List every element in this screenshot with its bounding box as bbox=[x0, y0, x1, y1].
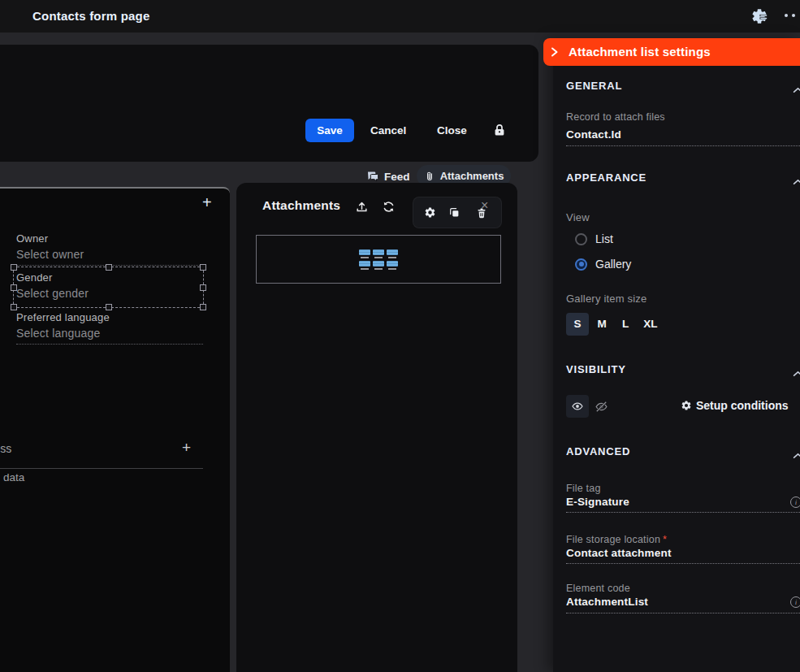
refresh-icon[interactable] bbox=[382, 200, 396, 214]
size-button-s[interactable]: S bbox=[566, 313, 589, 336]
view-label: View bbox=[566, 211, 590, 223]
element-code-value[interactable]: AttachmentList bbox=[566, 596, 648, 608]
settings-panel-header: Attachment list settings bbox=[543, 38, 800, 66]
settings-gear-icon[interactable] bbox=[424, 206, 436, 219]
section-title-general: GENERAL bbox=[566, 80, 622, 92]
selection-handle[interactable] bbox=[106, 304, 112, 310]
eye-icon bbox=[571, 400, 584, 413]
attachments-widget-card: Attachments × bbox=[236, 183, 517, 672]
field-underline bbox=[566, 512, 800, 513]
size-button-m[interactable]: M bbox=[595, 313, 609, 336]
attachment-tile bbox=[387, 261, 398, 270]
save-button[interactable]: Save bbox=[305, 119, 354, 142]
file-tag-label: File tag bbox=[566, 483, 601, 494]
record-to-attach-value[interactable]: Contact.Id bbox=[566, 128, 621, 141]
selection-handle[interactable] bbox=[11, 304, 17, 310]
file-tag-value[interactable]: E-Signature bbox=[566, 496, 629, 508]
attachment-tile bbox=[373, 249, 384, 258]
deselect-close-icon[interactable]: × bbox=[481, 200, 488, 211]
field-gender[interactable]: Gender Select gender bbox=[16, 271, 203, 300]
clipped-section-row: Address + bbox=[0, 437, 203, 469]
gear-icon bbox=[681, 400, 692, 411]
lock-icon[interactable] bbox=[492, 123, 507, 137]
widget-title: Attachments bbox=[262, 198, 340, 213]
element-code-label: Element code bbox=[566, 583, 630, 594]
field-underline bbox=[16, 344, 203, 345]
info-icon[interactable] bbox=[790, 596, 800, 608]
add-field-button[interactable]: + bbox=[202, 195, 212, 210]
gallery-placeholder bbox=[256, 235, 501, 284]
field-placeholder: Select owner bbox=[16, 248, 203, 261]
field-label: Owner bbox=[16, 232, 203, 245]
section-title-visibility: VISIBILITY bbox=[566, 363, 626, 375]
chevron-right-icon[interactable] bbox=[549, 46, 560, 58]
page-title: Contacts form page bbox=[32, 0, 149, 33]
radio-view-list[interactable]: List bbox=[575, 232, 613, 245]
selection-handle[interactable] bbox=[106, 264, 112, 271]
workflow-gear-icon[interactable] bbox=[750, 7, 768, 25]
gallery-item-size-label: Gallery item size bbox=[566, 293, 646, 305]
radio-circle-icon[interactable] bbox=[575, 233, 587, 245]
section-title-appearance: APPEARANCE bbox=[566, 171, 646, 184]
chevron-up-icon[interactable] bbox=[793, 366, 800, 372]
upload-icon[interactable] bbox=[355, 200, 369, 214]
chevron-up-icon[interactable] bbox=[793, 82, 800, 89]
top-bar: Contacts form page bbox=[0, 0, 800, 33]
settings-panel-title: Attachment list settings bbox=[569, 38, 711, 66]
radio-list-label: List bbox=[595, 232, 613, 245]
cancel-button[interactable]: Cancel bbox=[370, 119, 406, 142]
close-button[interactable]: Close bbox=[437, 119, 467, 142]
hidden-eye-off-button[interactable] bbox=[595, 400, 608, 414]
attachment-tile bbox=[387, 249, 398, 258]
file-storage-location-value[interactable]: Contact attachment bbox=[566, 547, 672, 559]
clipped-section-label: Address bbox=[0, 442, 11, 455]
duplicate-icon[interactable] bbox=[448, 206, 461, 219]
size-button-xl[interactable]: XL bbox=[640, 313, 661, 336]
attachment-tile bbox=[359, 261, 370, 270]
field-placeholder: Select language bbox=[16, 327, 203, 340]
radio-circle-checked-icon[interactable] bbox=[575, 258, 587, 271]
more-menu-icon[interactable] bbox=[785, 14, 795, 17]
tab-feed-label: Feed bbox=[384, 171, 410, 183]
tab-attachments-label: Attachments bbox=[440, 170, 504, 182]
visible-eye-button[interactable] bbox=[566, 395, 589, 418]
form-canvas-column: + Owner Select owner Gender Select gende… bbox=[0, 187, 230, 672]
clipped-text: data bbox=[3, 471, 24, 483]
selection-handle[interactable] bbox=[200, 304, 206, 310]
gallery-placeholder-grid bbox=[359, 249, 398, 270]
add-button[interactable]: + bbox=[182, 439, 191, 457]
selection-handle[interactable] bbox=[200, 264, 206, 271]
required-asterisk: * bbox=[663, 534, 667, 545]
size-button-l[interactable]: L bbox=[618, 313, 633, 336]
record-to-attach-label: Record to attach files bbox=[566, 111, 665, 123]
field-owner[interactable]: Owner Select owner bbox=[16, 232, 203, 266]
feed-icon bbox=[370, 175, 378, 181]
field-underline bbox=[566, 563, 800, 564]
field-underline bbox=[566, 613, 800, 613]
chevron-up-icon[interactable] bbox=[793, 174, 800, 180]
field-preferred-language[interactable]: Preferred language Select language bbox=[16, 311, 203, 345]
field-label: Preferred language bbox=[16, 311, 203, 323]
field-placeholder: Select gender bbox=[16, 287, 203, 300]
chevron-up-icon[interactable] bbox=[793, 448, 800, 454]
field-underline bbox=[566, 145, 800, 146]
radio-gallery-label: Gallery bbox=[595, 258, 631, 271]
attachment-tile bbox=[359, 249, 370, 258]
setup-conditions-button[interactable]: Setup conditions bbox=[681, 399, 789, 412]
attachment-tile bbox=[373, 261, 384, 270]
radio-view-gallery[interactable]: Gallery bbox=[575, 258, 631, 271]
page-action-card: Save Cancel Close Feed Attachments bbox=[0, 45, 538, 162]
file-storage-location-label: File storage location* bbox=[566, 534, 667, 545]
info-icon[interactable] bbox=[790, 496, 800, 508]
selection-handle[interactable] bbox=[11, 264, 17, 271]
paperclip-icon bbox=[424, 171, 435, 182]
setup-conditions-label: Setup conditions bbox=[696, 399, 789, 412]
element-toolbar bbox=[413, 197, 502, 228]
section-title-advanced: ADVANCED bbox=[566, 445, 630, 457]
field-label: Gender bbox=[16, 271, 203, 284]
